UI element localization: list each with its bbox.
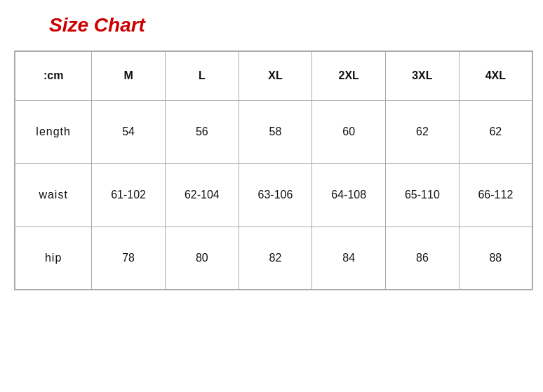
cell-length-3: 60 — [312, 100, 386, 163]
cell-waist-1: 62-104 — [165, 163, 239, 227]
cell-hip-3: 84 — [312, 227, 386, 290]
cell-hip-5: 88 — [459, 227, 532, 290]
cell-length-4: 62 — [386, 100, 460, 163]
cell-waist-3: 64-108 — [312, 163, 386, 227]
cell-waist-5: 66-112 — [459, 163, 532, 227]
cell-hip-4: 86 — [386, 227, 460, 290]
table-row: length545658606262 — [15, 100, 532, 163]
table-row: waist61-10262-10463-10664-10865-11066-11… — [15, 163, 532, 227]
row-label-waist: waist — [15, 163, 92, 227]
cell-waist-4: 65-110 — [386, 163, 460, 227]
table-row: hip788082848688 — [15, 227, 532, 290]
cell-length-0: 54 — [92, 100, 166, 163]
row-label-hip: hip — [15, 227, 92, 290]
cell-waist-0: 61-102 — [92, 163, 166, 227]
cell-hip-1: 80 — [165, 227, 239, 290]
size-chart-table: :cm M L XL 2XL 3XL 4XL length54565860626… — [14, 50, 533, 290]
row-label-length: length — [15, 100, 92, 163]
page-title: Size Chart — [49, 14, 145, 36]
cell-length-5: 62 — [459, 100, 532, 163]
cell-waist-2: 63-106 — [239, 163, 312, 227]
header-4xl: 4XL — [459, 51, 532, 100]
header-row: :cm M L XL 2XL 3XL 4XL — [15, 51, 532, 100]
cell-length-2: 58 — [239, 100, 312, 163]
header-2xl: 2XL — [312, 51, 386, 100]
cell-hip-0: 78 — [92, 227, 166, 290]
header-m: M — [92, 51, 166, 100]
header-3xl: 3XL — [386, 51, 460, 100]
header-unit: :cm — [15, 51, 92, 100]
header-l: L — [165, 51, 239, 100]
header-xl: XL — [239, 51, 312, 100]
cell-length-1: 56 — [165, 100, 239, 163]
cell-hip-2: 82 — [239, 227, 312, 290]
